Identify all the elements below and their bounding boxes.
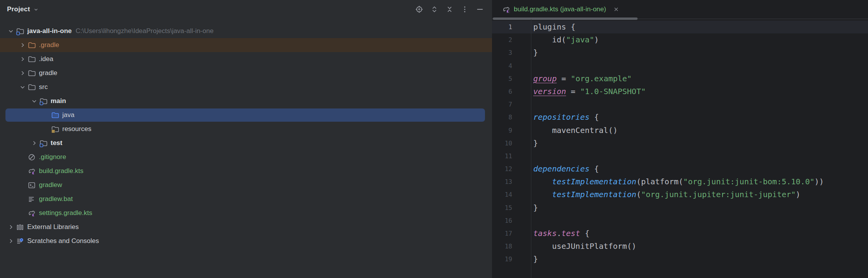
chevron-down-icon[interactable] <box>18 83 27 91</box>
tree-item-gradle[interactable]: gradle <box>0 66 492 80</box>
module-folder-icon <box>39 139 47 147</box>
code-line-14[interactable]: 14 testImplementation("org.junit.jupiter… <box>492 188 868 201</box>
tree-item-test[interactable]: test <box>0 136 492 150</box>
tree-item-scratches-and-consoles[interactable]: Scratches and Consoles <box>0 234 492 248</box>
line-number[interactable]: 1 <box>492 21 531 33</box>
tree-item-label: gradlew <box>39 181 62 189</box>
tree-item-gitignore[interactable]: .gitignore <box>0 150 492 164</box>
code-line-16[interactable]: 16 <box>492 214 868 227</box>
line-number[interactable]: 11 <box>492 150 531 163</box>
code-text: version = "1.0-SNAPSHOT" <box>531 85 646 98</box>
panel-title: Project <box>7 5 30 13</box>
chevron-down-icon[interactable] <box>30 97 39 105</box>
editor-tab-build-gradle-kts[interactable]: build.gradle.kts (java-all-in-one) <box>492 0 625 19</box>
tree-item-resources[interactable]: resources <box>0 122 492 136</box>
code-text: plugins { <box>531 21 575 33</box>
line-number[interactable]: 17 <box>492 227 531 240</box>
tree-item-gradlew-bat[interactable]: gradlew.bat <box>0 192 492 206</box>
tree-item-label: test <box>51 139 62 147</box>
tree-item-src[interactable]: src <box>0 80 492 94</box>
folder-icon <box>27 55 36 63</box>
tree-item-external-libraries[interactable]: External Libraries <box>0 220 492 234</box>
code-line-12[interactable]: 12dependencies { <box>492 163 868 175</box>
tree-item-build-gradle-kts[interactable]: build.gradle.kts <box>0 164 492 178</box>
tree-item-label: resources <box>62 125 91 133</box>
chevron-right-icon[interactable] <box>18 69 27 77</box>
project-path-hint: C:\Users\lihongzhe\IdeaProjects\java-all… <box>76 27 213 35</box>
line-number[interactable]: 16 <box>492 214 531 227</box>
line-number[interactable]: 18 <box>492 240 531 253</box>
line-number[interactable]: 4 <box>492 59 531 72</box>
line-number[interactable]: 8 <box>492 111 531 124</box>
line-number[interactable]: 2 <box>492 33 531 46</box>
project-tool-window: Project java-all-in-oneC:\Users\lihongzh… <box>0 0 492 278</box>
close-tab-icon[interactable] <box>613 6 620 13</box>
tree-item-label: .gitignore <box>39 153 66 161</box>
code-line-6[interactable]: 6version = "1.0-SNAPSHOT" <box>492 85 868 98</box>
tree-item-java[interactable]: java <box>0 108 492 122</box>
code-line-13[interactable]: 13 testImplementation(platform("org.juni… <box>492 175 868 188</box>
line-number[interactable]: 12 <box>492 163 531 175</box>
chevron-right-icon[interactable] <box>6 237 16 245</box>
line-number[interactable]: 7 <box>492 98 531 111</box>
code-line-9[interactable]: 9 mavenCentral() <box>492 124 868 137</box>
chevron-down-icon[interactable] <box>6 27 16 35</box>
project-tool-window-header: Project <box>0 0 492 19</box>
code-line-10[interactable]: 10} <box>492 137 868 150</box>
line-number[interactable]: 6 <box>492 85 531 98</box>
more-options-icon[interactable] <box>460 5 469 14</box>
tree-item-gradlew[interactable]: gradlew <box>0 178 492 192</box>
code-line-5[interactable]: 5group = "org.example" <box>492 72 868 85</box>
chevron-right-icon[interactable] <box>18 41 27 49</box>
code-text: useJUnitPlatform() <box>531 240 636 253</box>
code-line-4[interactable]: 4 <box>492 59 868 72</box>
code-editor[interactable]: 1plugins {2 id("java")3}45group = "org.e… <box>492 19 868 278</box>
line-number[interactable]: 9 <box>492 124 531 137</box>
line-number[interactable]: 15 <box>492 201 531 214</box>
collapse-all-icon[interactable] <box>445 5 454 14</box>
line-number[interactable]: 19 <box>492 253 531 266</box>
code-line-2[interactable]: 2 id("java") <box>492 33 868 46</box>
tree-item-label: Scratches and Consoles <box>27 237 99 245</box>
chevron-right-icon[interactable] <box>30 139 39 147</box>
shell-script-icon <box>27 181 36 189</box>
resources-folder-icon <box>51 125 59 133</box>
code-line-17[interactable]: 17tasks.test { <box>492 227 868 240</box>
code-line-8[interactable]: 8repositories { <box>492 111 868 124</box>
tree-item-idea[interactable]: .idea <box>0 52 492 66</box>
code-line-1[interactable]: 1plugins { <box>492 21 868 33</box>
project-view-selector[interactable]: Project <box>7 5 39 13</box>
line-number[interactable]: 5 <box>492 72 531 85</box>
tree-item-label: External Libraries <box>27 223 79 231</box>
line-number[interactable]: 13 <box>492 175 531 188</box>
code-line-15[interactable]: 15} <box>492 201 868 214</box>
code-text: } <box>531 137 538 150</box>
chevron-right-icon[interactable] <box>18 55 27 63</box>
line-number[interactable]: 10 <box>492 137 531 150</box>
project-toolbar <box>415 5 484 14</box>
editor-tab-bar: build.gradle.kts (java-all-in-one) <box>492 0 868 19</box>
hide-tool-window-icon[interactable] <box>476 5 484 14</box>
external-libraries-icon <box>16 223 24 231</box>
tree-item-main[interactable]: main <box>0 94 492 108</box>
code-text: testImplementation("org.junit.jupiter:ju… <box>531 188 800 201</box>
code-line-18[interactable]: 18 useJUnitPlatform() <box>492 240 868 253</box>
tree-item-label: build.gradle.kts <box>39 167 83 175</box>
tree-item-settings-gradle-kts[interactable]: settings.gradle.kts <box>0 206 492 220</box>
editor-tab-label: build.gradle.kts (java-all-in-one) <box>514 5 606 13</box>
code-text: mavenCentral() <box>531 124 618 137</box>
code-line-11[interactable]: 11 <box>492 150 868 163</box>
chevron-right-icon[interactable] <box>6 223 16 231</box>
line-number[interactable]: 14 <box>492 188 531 201</box>
code-line-19[interactable]: 19} <box>492 253 868 266</box>
code-line-7[interactable]: 7 <box>492 98 868 111</box>
code-line-3[interactable]: 3} <box>492 46 868 59</box>
tree-item-label: main <box>51 97 66 105</box>
line-number[interactable]: 3 <box>492 46 531 59</box>
gradle-kotlin-icon <box>27 167 36 175</box>
tree-item-gradle[interactable]: .gradle <box>0 38 492 52</box>
expand-all-icon[interactable] <box>430 5 439 14</box>
tree-item-java-all-in-one[interactable]: java-all-in-oneC:\Users\lihongzhe\IdeaPr… <box>0 24 492 38</box>
code-text: id("java") <box>531 33 599 46</box>
locate-opened-file-icon[interactable] <box>415 5 423 14</box>
